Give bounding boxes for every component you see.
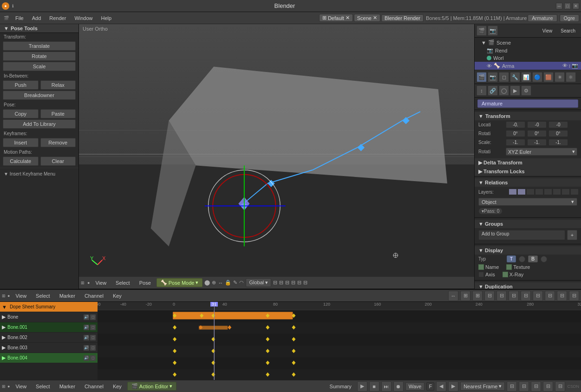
dope-icon-i[interactable]: ⊟: [545, 291, 555, 301]
transform-locks-header[interactable]: ▶ Transform Locks: [475, 167, 581, 176]
menu-file[interactable]: File: [12, 14, 27, 22]
vp-icon-more1[interactable]: ⊟: [273, 280, 277, 286]
tree-worl[interactable]: Worl: [475, 54, 581, 62]
dope-bone001-row[interactable]: ▶ Bone.001 🔊 ◻: [0, 322, 98, 333]
dope-icon-k[interactable]: ⊟: [569, 291, 579, 301]
dope-icon-g[interactable]: ⊟: [521, 291, 531, 301]
tree-arma[interactable]: 👁 🦴 Arma 👁 ↕ 📷: [475, 62, 581, 70]
axis-checkbox[interactable]: [478, 272, 484, 277]
menu-window[interactable]: Window: [71, 14, 96, 22]
dope-channel[interactable]: Channel: [81, 292, 107, 300]
prop-tab-object[interactable]: ◻: [499, 72, 509, 82]
groups-header[interactable]: ▼ Groups: [475, 220, 581, 228]
wave-dropdown[interactable]: Wave: [405, 382, 425, 391]
maximize-button[interactable]: □: [564, 3, 571, 9]
dope-bone-row[interactable]: ▶ Bone 🔊 ◻: [0, 312, 98, 322]
scale-z[interactable]: [548, 139, 568, 146]
prop-tab-render[interactable]: 📷: [488, 72, 498, 82]
scene-dropdown[interactable]: Scene ✕: [354, 14, 380, 22]
display-circle[interactable]: [519, 256, 525, 262]
minimize-button[interactable]: ─: [556, 3, 562, 9]
bottom-select[interactable]: Select: [32, 383, 54, 390]
icon-scene-btn[interactable]: 🎬: [477, 26, 487, 36]
close-button[interactable]: ✕: [573, 3, 579, 9]
bottom-icon-skip[interactable]: ⏭: [381, 381, 392, 392]
info-icon[interactable]: ℹ: [12, 4, 13, 8]
summary-button[interactable]: Summary: [326, 383, 355, 390]
bottom-marker[interactable]: Marker: [56, 383, 79, 390]
dope-icon-f[interactable]: ⊟: [509, 291, 519, 301]
prop-tab-scene[interactable]: 🎬: [477, 72, 487, 82]
scale-button[interactable]: Scale: [3, 62, 76, 71]
layer-5[interactable]: [553, 189, 561, 195]
icon-render-btn[interactable]: 📷: [488, 26, 498, 36]
copy-button[interactable]: Copy: [3, 109, 39, 118]
translate-button[interactable]: Translate: [3, 41, 76, 51]
vp-icon-arrows[interactable]: ↔: [218, 280, 223, 286]
pose-mode-dropdown[interactable]: 🦴 Pose Mode: [157, 278, 203, 287]
dope-icon-h[interactable]: ⊟: [533, 291, 543, 301]
scale-x[interactable]: [506, 139, 525, 146]
frame-back-btn[interactable]: ◀: [436, 381, 446, 392]
prop-tab-data[interactable]: 📊: [521, 72, 531, 82]
prop-tab-particles[interactable]: ✳: [555, 72, 565, 82]
dope-tracks-right[interactable]: -60 -40 -20 0 40 80 120 160 200 240 280 …: [98, 302, 581, 380]
viewport[interactable]: X Y User Ortho (31) Armature : Bone.004 …: [79, 24, 474, 289]
view-btn[interactable]: View: [539, 27, 556, 34]
insert-keyframe-menu[interactable]: ▼ Insert Keyframe Menu: [0, 170, 78, 177]
bone-tab-5[interactable]: ⚙: [521, 85, 531, 96]
dope-icon-a[interactable]: ↔: [448, 291, 458, 301]
transform-header[interactable]: ▼ Transform: [475, 112, 581, 120]
bone-tab-4[interactable]: ▶: [510, 85, 520, 96]
layer-6[interactable]: [561, 189, 570, 195]
relax-button[interactable]: Relax: [40, 80, 76, 90]
vp-icon-more2[interactable]: ⊟: [279, 280, 283, 286]
dope-icon-c[interactable]: ⊞: [472, 291, 483, 301]
relations-header[interactable]: ▼ Relations: [475, 178, 581, 187]
prop-tab-texture[interactable]: 🟫: [543, 72, 554, 82]
f-input[interactable]: F: [426, 382, 434, 391]
prop-tab-material[interactable]: 🔵: [532, 72, 542, 82]
dope-bone004-row[interactable]: ▶ Bone.004 🔊 ◻: [0, 353, 98, 363]
display-circle-2[interactable]: [541, 256, 547, 262]
bone-tab-2[interactable]: 🔗: [488, 85, 498, 96]
pass-button[interactable]: ▾Pass: 0: [478, 208, 503, 215]
vp-icon-more5[interactable]: ⊟: [297, 280, 301, 286]
dope-icon-b[interactable]: ⊞: [460, 291, 470, 301]
rotate-button[interactable]: Rotate: [3, 52, 76, 61]
rotation-mode-dropdown[interactable]: XYZ Euler ▾: [506, 148, 577, 156]
tree-scene[interactable]: ▼ 🎬 Scene: [475, 39, 581, 46]
action-editor-dropdown[interactable]: 🎬 Action Editor ▾: [127, 382, 176, 391]
bone-tab-1[interactable]: ↕: [477, 85, 487, 96]
dope-summary-row[interactable]: ▼ Dope Sheet Summary: [0, 302, 98, 312]
layer-0[interactable]: [509, 189, 517, 195]
texture-checkbox[interactable]: [506, 264, 512, 270]
bottom-more-3[interactable]: ⊟: [531, 381, 541, 392]
remove-button[interactable]: Remove: [40, 138, 76, 147]
bottom-channel[interactable]: Channel: [81, 383, 107, 390]
location-z[interactable]: [548, 121, 568, 128]
dope-select[interactable]: Select: [32, 292, 54, 300]
layer-3[interactable]: [535, 189, 543, 195]
type-t-button[interactable]: T: [507, 255, 516, 262]
paste-button[interactable]: Paste: [40, 109, 76, 118]
layer-7[interactable]: [570, 189, 579, 195]
layer-1[interactable]: [517, 189, 526, 195]
delta-transform-header[interactable]: ▶ Delta Transform: [475, 158, 581, 167]
bottom-more-4[interactable]: ⊟: [543, 381, 553, 392]
bottom-more-2[interactable]: ⊟: [519, 381, 529, 392]
clear-button[interactable]: Clear: [40, 157, 76, 166]
dope-marker[interactable]: Marker: [56, 292, 79, 300]
plus-button[interactable]: +: [567, 230, 577, 240]
rotation-y[interactable]: [527, 130, 547, 137]
name-checkbox[interactable]: [478, 264, 484, 270]
bottom-icon-play[interactable]: ▶: [357, 381, 367, 392]
prop-tab-physics[interactable]: ⚛: [566, 72, 576, 82]
rotation-x[interactable]: [506, 130, 525, 137]
dope-bone003-row[interactable]: ▶ Bone.003 🔊 ◻: [0, 343, 98, 353]
prop-tab-modifier[interactable]: 🔧: [510, 72, 520, 82]
bottom-icon-stop[interactable]: ■: [369, 381, 379, 392]
viewport-pose[interactable]: Pose: [136, 279, 155, 287]
bottom-view[interactable]: View: [12, 383, 30, 390]
bottom-more-1[interactable]: ⊟: [507, 381, 517, 392]
